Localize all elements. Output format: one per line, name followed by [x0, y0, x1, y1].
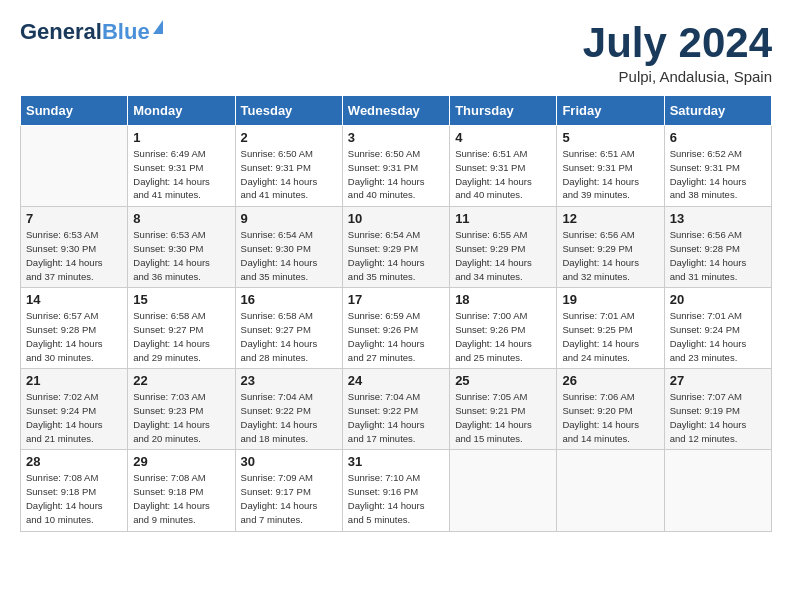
day-number: 27	[670, 373, 766, 388]
calendar-cell: 1Sunrise: 6:49 AMSunset: 9:31 PMDaylight…	[128, 126, 235, 207]
day-number: 21	[26, 373, 122, 388]
day-number: 14	[26, 292, 122, 307]
calendar-cell: 31Sunrise: 7:10 AMSunset: 9:16 PMDayligh…	[342, 450, 449, 531]
title-section: July 2024 Pulpi, Andalusia, Spain	[583, 20, 772, 85]
day-number: 5	[562, 130, 658, 145]
calendar-cell: 19Sunrise: 7:01 AMSunset: 9:25 PMDayligh…	[557, 288, 664, 369]
day-number: 22	[133, 373, 229, 388]
day-number: 18	[455, 292, 551, 307]
calendar-week-row: 1Sunrise: 6:49 AMSunset: 9:31 PMDaylight…	[21, 126, 772, 207]
day-info: Sunrise: 6:58 AMSunset: 9:27 PMDaylight:…	[133, 309, 229, 364]
calendar-cell: 21Sunrise: 7:02 AMSunset: 9:24 PMDayligh…	[21, 369, 128, 450]
day-number: 19	[562, 292, 658, 307]
weekday-header-row: SundayMondayTuesdayWednesdayThursdayFrid…	[21, 96, 772, 126]
day-number: 4	[455, 130, 551, 145]
weekday-header-monday: Monday	[128, 96, 235, 126]
day-number: 26	[562, 373, 658, 388]
calendar-cell: 28Sunrise: 7:08 AMSunset: 9:18 PMDayligh…	[21, 450, 128, 531]
day-info: Sunrise: 6:59 AMSunset: 9:26 PMDaylight:…	[348, 309, 444, 364]
calendar-cell: 9Sunrise: 6:54 AMSunset: 9:30 PMDaylight…	[235, 207, 342, 288]
day-info: Sunrise: 6:50 AMSunset: 9:31 PMDaylight:…	[348, 147, 444, 202]
day-number: 6	[670, 130, 766, 145]
day-info: Sunrise: 6:50 AMSunset: 9:31 PMDaylight:…	[241, 147, 337, 202]
calendar-cell: 30Sunrise: 7:09 AMSunset: 9:17 PMDayligh…	[235, 450, 342, 531]
calendar-cell: 20Sunrise: 7:01 AMSunset: 9:24 PMDayligh…	[664, 288, 771, 369]
calendar-cell: 25Sunrise: 7:05 AMSunset: 9:21 PMDayligh…	[450, 369, 557, 450]
day-number: 17	[348, 292, 444, 307]
day-info: Sunrise: 6:52 AMSunset: 9:31 PMDaylight:…	[670, 147, 766, 202]
day-info: Sunrise: 7:04 AMSunset: 9:22 PMDaylight:…	[241, 390, 337, 445]
day-info: Sunrise: 7:07 AMSunset: 9:19 PMDaylight:…	[670, 390, 766, 445]
day-info: Sunrise: 7:00 AMSunset: 9:26 PMDaylight:…	[455, 309, 551, 364]
calendar-cell: 13Sunrise: 6:56 AMSunset: 9:28 PMDayligh…	[664, 207, 771, 288]
day-info: Sunrise: 6:54 AMSunset: 9:29 PMDaylight:…	[348, 228, 444, 283]
calendar-cell: 8Sunrise: 6:53 AMSunset: 9:30 PMDaylight…	[128, 207, 235, 288]
calendar-cell: 29Sunrise: 7:08 AMSunset: 9:18 PMDayligh…	[128, 450, 235, 531]
day-info: Sunrise: 6:53 AMSunset: 9:30 PMDaylight:…	[26, 228, 122, 283]
day-info: Sunrise: 6:55 AMSunset: 9:29 PMDaylight:…	[455, 228, 551, 283]
calendar-cell: 24Sunrise: 7:04 AMSunset: 9:22 PMDayligh…	[342, 369, 449, 450]
day-info: Sunrise: 6:51 AMSunset: 9:31 PMDaylight:…	[455, 147, 551, 202]
day-info: Sunrise: 7:08 AMSunset: 9:18 PMDaylight:…	[26, 471, 122, 526]
day-number: 1	[133, 130, 229, 145]
weekday-header-sunday: Sunday	[21, 96, 128, 126]
day-info: Sunrise: 7:01 AMSunset: 9:25 PMDaylight:…	[562, 309, 658, 364]
day-info: Sunrise: 7:08 AMSunset: 9:18 PMDaylight:…	[133, 471, 229, 526]
calendar-week-row: 21Sunrise: 7:02 AMSunset: 9:24 PMDayligh…	[21, 369, 772, 450]
day-number: 20	[670, 292, 766, 307]
day-info: Sunrise: 7:02 AMSunset: 9:24 PMDaylight:…	[26, 390, 122, 445]
day-number: 28	[26, 454, 122, 469]
day-number: 23	[241, 373, 337, 388]
day-number: 16	[241, 292, 337, 307]
calendar-cell: 4Sunrise: 6:51 AMSunset: 9:31 PMDaylight…	[450, 126, 557, 207]
calendar-cell: 23Sunrise: 7:04 AMSunset: 9:22 PMDayligh…	[235, 369, 342, 450]
weekday-header-saturday: Saturday	[664, 96, 771, 126]
calendar-cell: 10Sunrise: 6:54 AMSunset: 9:29 PMDayligh…	[342, 207, 449, 288]
calendar-cell: 6Sunrise: 6:52 AMSunset: 9:31 PMDaylight…	[664, 126, 771, 207]
day-number: 3	[348, 130, 444, 145]
calendar-week-row: 7Sunrise: 6:53 AMSunset: 9:30 PMDaylight…	[21, 207, 772, 288]
month-year: July 2024	[583, 20, 772, 66]
day-info: Sunrise: 6:51 AMSunset: 9:31 PMDaylight:…	[562, 147, 658, 202]
calendar-cell: 27Sunrise: 7:07 AMSunset: 9:19 PMDayligh…	[664, 369, 771, 450]
logo-text: GeneralBlue	[20, 20, 150, 44]
day-number: 30	[241, 454, 337, 469]
calendar-table: SundayMondayTuesdayWednesdayThursdayFrid…	[20, 95, 772, 531]
calendar-cell: 18Sunrise: 7:00 AMSunset: 9:26 PMDayligh…	[450, 288, 557, 369]
day-info: Sunrise: 6:49 AMSunset: 9:31 PMDaylight:…	[133, 147, 229, 202]
day-info: Sunrise: 7:05 AMSunset: 9:21 PMDaylight:…	[455, 390, 551, 445]
calendar-cell: 2Sunrise: 6:50 AMSunset: 9:31 PMDaylight…	[235, 126, 342, 207]
day-info: Sunrise: 7:10 AMSunset: 9:16 PMDaylight:…	[348, 471, 444, 526]
day-info: Sunrise: 7:09 AMSunset: 9:17 PMDaylight:…	[241, 471, 337, 526]
calendar-cell: 12Sunrise: 6:56 AMSunset: 9:29 PMDayligh…	[557, 207, 664, 288]
day-info: Sunrise: 6:56 AMSunset: 9:29 PMDaylight:…	[562, 228, 658, 283]
calendar-cell: 11Sunrise: 6:55 AMSunset: 9:29 PMDayligh…	[450, 207, 557, 288]
calendar-cell	[21, 126, 128, 207]
calendar-cell: 3Sunrise: 6:50 AMSunset: 9:31 PMDaylight…	[342, 126, 449, 207]
calendar-cell: 22Sunrise: 7:03 AMSunset: 9:23 PMDayligh…	[128, 369, 235, 450]
weekday-header-wednesday: Wednesday	[342, 96, 449, 126]
calendar-week-row: 14Sunrise: 6:57 AMSunset: 9:28 PMDayligh…	[21, 288, 772, 369]
day-number: 7	[26, 211, 122, 226]
calendar-cell: 15Sunrise: 6:58 AMSunset: 9:27 PMDayligh…	[128, 288, 235, 369]
day-info: Sunrise: 6:57 AMSunset: 9:28 PMDaylight:…	[26, 309, 122, 364]
calendar-cell: 7Sunrise: 6:53 AMSunset: 9:30 PMDaylight…	[21, 207, 128, 288]
calendar-week-row: 28Sunrise: 7:08 AMSunset: 9:18 PMDayligh…	[21, 450, 772, 531]
day-info: Sunrise: 6:53 AMSunset: 9:30 PMDaylight:…	[133, 228, 229, 283]
day-info: Sunrise: 6:56 AMSunset: 9:28 PMDaylight:…	[670, 228, 766, 283]
day-info: Sunrise: 7:06 AMSunset: 9:20 PMDaylight:…	[562, 390, 658, 445]
calendar-cell: 17Sunrise: 6:59 AMSunset: 9:26 PMDayligh…	[342, 288, 449, 369]
day-number: 25	[455, 373, 551, 388]
weekday-header-friday: Friday	[557, 96, 664, 126]
day-info: Sunrise: 6:58 AMSunset: 9:27 PMDaylight:…	[241, 309, 337, 364]
day-info: Sunrise: 7:01 AMSunset: 9:24 PMDaylight:…	[670, 309, 766, 364]
calendar-cell	[664, 450, 771, 531]
day-number: 24	[348, 373, 444, 388]
calendar-cell: 14Sunrise: 6:57 AMSunset: 9:28 PMDayligh…	[21, 288, 128, 369]
calendar-cell	[450, 450, 557, 531]
calendar-cell	[557, 450, 664, 531]
day-number: 2	[241, 130, 337, 145]
weekday-header-tuesday: Tuesday	[235, 96, 342, 126]
day-number: 15	[133, 292, 229, 307]
calendar-cell: 16Sunrise: 6:58 AMSunset: 9:27 PMDayligh…	[235, 288, 342, 369]
